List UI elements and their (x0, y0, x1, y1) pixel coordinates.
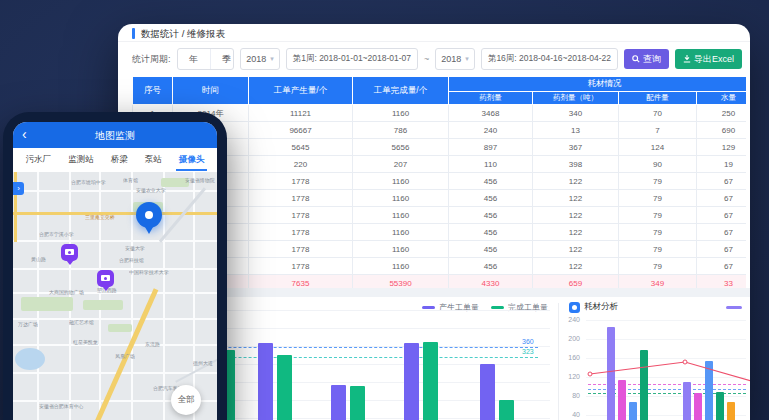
table-cell: 67 (697, 258, 747, 275)
table-cell: 456 (449, 258, 533, 275)
table-cell: 79 (619, 258, 697, 275)
start-year-value: 2018 (246, 54, 266, 64)
table-cell: 67 (697, 173, 747, 190)
phone-tab-污水厂[interactable]: 污水厂 (25, 149, 53, 171)
table-cell: 67 (697, 224, 747, 241)
table-cell: 690 (697, 122, 747, 139)
breadcrumb: 数据统计 / 维修报表 (141, 28, 225, 41)
table-cell: 79 (619, 207, 697, 224)
bar-created (404, 343, 419, 420)
map-label: 合肥科技馆 (119, 257, 144, 263)
gridline (586, 320, 746, 321)
end-week-input[interactable]: 第16周: 2018-04-16~2018-04-22 (481, 48, 618, 70)
table-row: 12014年111211160346834070250 (133, 105, 747, 122)
legend-item: 完成工单量 (491, 302, 548, 313)
table-cell: 240 (449, 122, 533, 139)
phone-tab-泵站[interactable]: 泵站 (144, 149, 163, 171)
table-cell: 67 (697, 207, 747, 224)
map-label: 安徽省博物院 (185, 177, 215, 183)
map-road (193, 172, 195, 420)
map-road (99, 172, 101, 420)
table-cell: 4330 (449, 275, 533, 289)
table-cell: 1778 (249, 224, 353, 241)
table-cell: 1160 (353, 224, 449, 241)
map-label: 三里庵立交桥 (85, 214, 115, 220)
left-chart-legend: 产生工单量完成工单量 (368, 302, 548, 313)
table-cell: 349 (619, 275, 697, 289)
table-cell: 90 (619, 156, 697, 173)
bar-completed (423, 342, 438, 420)
table-cell: 897 (449, 139, 533, 156)
table-cell: 456 (449, 224, 533, 241)
bar-consumable (694, 393, 702, 420)
range-separator: ~ (424, 54, 429, 64)
table-header-cell: 药剂量（吨） (533, 92, 619, 105)
table-cell: 456 (449, 190, 533, 207)
camera-pin[interactable] (97, 270, 114, 287)
table-cell: 1160 (353, 173, 449, 190)
table-cell: 659 (533, 275, 619, 289)
table-header-cell: 时间 (173, 77, 249, 105)
map-label: 融汇艺术馆 (69, 319, 94, 325)
bar-consumable (618, 380, 626, 420)
phone-tab-监测站[interactable]: 监测站 (67, 149, 95, 171)
all-filter-button[interactable]: 全部 (171, 385, 201, 415)
map-park (83, 300, 123, 310)
map-label: 合肥市宁溪小学 (39, 231, 74, 237)
table-cell: 1778 (249, 241, 353, 258)
period-option-季[interactable]: 季 (211, 49, 235, 69)
table-cell: 207 (353, 156, 449, 173)
table-cell: 456 (449, 173, 533, 190)
map-road (69, 172, 71, 420)
query-button[interactable]: 查询 (624, 49, 669, 69)
chevron-down-icon: ▾ (270, 55, 274, 63)
map-park (108, 324, 132, 332)
legend-label: 产生工单量 (439, 302, 479, 313)
map-label: 凤凰广场 (115, 353, 135, 359)
table-header-cell: 水量 (697, 92, 747, 105)
table-cell: 110 (449, 156, 533, 173)
table-cell: 1160 (353, 190, 449, 207)
table-cell: 79 (619, 224, 697, 241)
table-header-cell: 配件量 (619, 92, 697, 105)
table-cell: 1160 (353, 241, 449, 258)
query-label: 查询 (643, 53, 661, 66)
start-year-select[interactable]: 2018 ▾ (240, 48, 280, 70)
map-label: 安徽农业大学 (136, 187, 166, 193)
y-axis-tick: 40 (564, 411, 580, 418)
table-cell: 7 (619, 122, 697, 139)
table-cell: 11121 (249, 105, 353, 122)
bar-consumable (683, 382, 691, 420)
reference-label: 323 (522, 348, 534, 355)
map-label: 黄山路 (31, 256, 46, 262)
bar-consumable (629, 402, 637, 420)
end-year-value: 2018 (441, 54, 461, 64)
table-cell: 79 (619, 173, 697, 190)
table-cell: 456 (449, 207, 533, 224)
start-week-input[interactable]: 第1周: 2018-01-01~2018-01-07 (286, 48, 418, 70)
phone-tab-桥梁[interactable]: 桥梁 (110, 149, 129, 171)
map-expand-button[interactable]: › (13, 182, 24, 195)
selected-camera-pin[interactable] (136, 202, 162, 228)
table-cell: 70 (619, 105, 697, 122)
filter-bar: 统计周期: 年季月周日 2018 ▾ 第1周: 2018-01-01~2018-… (132, 48, 742, 70)
table-cell: 122 (533, 258, 619, 275)
camera-pin[interactable] (61, 244, 78, 261)
phone-tab-bar: 污水厂监测站桥梁泵站摄像头 (13, 148, 217, 172)
table-header-cell: 工单完成量/个 (353, 77, 449, 105)
breadcrumb-bar: 数据统计 / 维修报表 (118, 24, 750, 42)
y-axis-tick: 240 (564, 316, 580, 323)
legend-swatch (491, 306, 504, 309)
chart-divider (558, 303, 559, 420)
export-excel-button[interactable]: 导出Excel (675, 49, 742, 69)
phone-header: ‹ 地图监测 (13, 122, 217, 148)
period-option-年[interactable]: 年 (178, 49, 211, 69)
phone-tab-摄像头[interactable]: 摄像头 (178, 149, 206, 171)
legend-swatch (422, 306, 435, 309)
table-cell: 456 (449, 241, 533, 258)
map-canvas[interactable]: 合肥市琥珀中学体育馆安徽农业大学安徽省博物院三里庵立交桥合肥市宁溪小学安徽大学合… (13, 172, 217, 420)
table-cell: 3468 (449, 105, 533, 122)
table-cell: 67 (697, 241, 747, 258)
end-year-select[interactable]: 2018 ▾ (435, 48, 475, 70)
table-header-cell: 工单产生量/个 (249, 77, 353, 105)
